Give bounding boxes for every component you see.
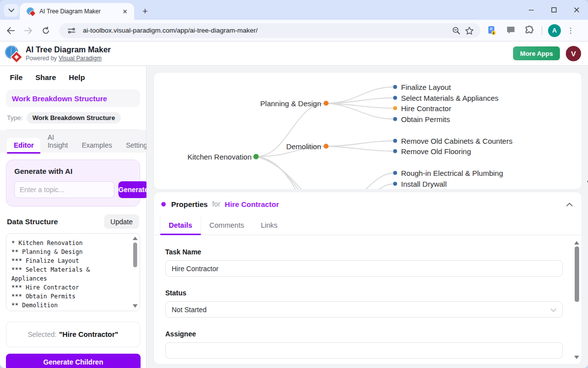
tab-title: AI Tree Diagram Maker bbox=[39, 8, 121, 15]
status-value: Not Started bbox=[172, 306, 207, 314]
menubar: File Share Help bbox=[0, 66, 146, 82]
browser-tab[interactable]: AI Tree Diagram Maker ✕ bbox=[20, 3, 134, 20]
assignee-label: Assignee bbox=[165, 330, 562, 338]
url-text[interactable]: ai-toolbox.visual-paradigm.com/app/ai-tr… bbox=[83, 27, 450, 34]
tree-node-branch[interactable]: Demolition bbox=[286, 142, 321, 151]
browser-window: AI Tree Diagram Maker ✕ + bbox=[0, 0, 588, 368]
reload-icon[interactable] bbox=[38, 23, 53, 38]
visual-paradigm-logo-icon bbox=[5, 45, 21, 62]
more-apps-button[interactable]: More Apps bbox=[513, 46, 560, 60]
selected-node-box: Selected: "Hire Contractor" bbox=[6, 322, 140, 347]
scroll-down-icon[interactable] bbox=[133, 304, 138, 308]
browser-profile-avatar[interactable]: A bbox=[548, 24, 561, 37]
tree-node-leaf-selected[interactable]: Hire Contractor bbox=[401, 104, 451, 113]
minimize-button[interactable] bbox=[520, 0, 543, 20]
sidebar: File Share Help Work Breakdown Structure… bbox=[0, 66, 147, 368]
comment-extension-icon[interactable] bbox=[503, 23, 518, 38]
mouse-cursor bbox=[586, 174, 588, 187]
leaf-node-dot[interactable] bbox=[393, 149, 397, 153]
task-name-input[interactable] bbox=[165, 260, 563, 277]
tree-node-leaf[interactable]: Install Drywall bbox=[401, 180, 447, 188]
tree-node-branch[interactable]: Planning & Design bbox=[260, 99, 321, 108]
assignee-input[interactable] bbox=[165, 342, 563, 359]
leaf-node-dot[interactable] bbox=[393, 139, 397, 143]
menu-file[interactable]: File bbox=[10, 73, 23, 82]
document-title[interactable]: Work Breakdown Structure bbox=[6, 89, 140, 107]
maximize-button[interactable] bbox=[543, 0, 565, 20]
leaf-node-dot[interactable] bbox=[393, 96, 397, 100]
data-structure-title: Data Structure bbox=[7, 217, 58, 226]
tab-ai-insight[interactable]: AI Insight bbox=[40, 130, 74, 153]
zoom-icon[interactable] bbox=[450, 24, 463, 37]
tree-node-leaf[interactable]: Rough-in Electrical & Plumbing bbox=[401, 169, 503, 177]
properties-title: Properties bbox=[171, 200, 208, 208]
branch-node-dot[interactable] bbox=[324, 144, 329, 149]
scrollbar-thumb[interactable] bbox=[575, 246, 579, 302]
menu-help[interactable]: Help bbox=[69, 73, 85, 82]
back-icon[interactable] bbox=[3, 23, 18, 38]
user-avatar[interactable]: V bbox=[566, 46, 581, 61]
tree-node-leaf[interactable]: Remove Old Cabinets & Counters bbox=[401, 137, 513, 145]
powered-by: Powered by Visual Paradigm bbox=[26, 55, 111, 62]
app-title: AI Tree Diagram Maker bbox=[26, 45, 111, 54]
scrollbar-thumb[interactable] bbox=[133, 243, 137, 267]
tab-editor[interactable]: Editor bbox=[7, 138, 40, 153]
visual-paradigm-link[interactable]: Visual Paradigm bbox=[59, 55, 102, 62]
collapse-chevron-icon[interactable] bbox=[566, 200, 573, 208]
main-area: Kitchen Renovation Planning & Design Dem… bbox=[147, 66, 588, 368]
properties-tabs: Details Comments Links bbox=[154, 216, 582, 235]
app-header: AI Tree Diagram Maker Powered by Visual … bbox=[0, 41, 588, 66]
tab-links[interactable]: Links bbox=[253, 216, 286, 235]
properties-for-label: for bbox=[212, 200, 220, 208]
leaf-node-dot[interactable] bbox=[393, 182, 397, 186]
root-node-dot[interactable] bbox=[254, 154, 259, 160]
selected-label: Selected: bbox=[28, 330, 56, 338]
generate-with-ai-panel: Generate with AI Generate bbox=[6, 160, 140, 206]
browser-titlebar: AI Tree Diagram Maker ✕ + bbox=[0, 0, 588, 20]
leaf-node-dot[interactable] bbox=[393, 85, 397, 89]
tree-node-leaf[interactable]: Obtain Permits bbox=[401, 115, 450, 123]
tab-comments[interactable]: Comments bbox=[201, 216, 253, 235]
tree-node-leaf[interactable]: Finalize Layout bbox=[401, 83, 451, 91]
tab-details[interactable]: Details bbox=[160, 216, 201, 235]
tree-node-root[interactable]: Kitchen Renovation bbox=[187, 153, 252, 161]
site-favicon-icon bbox=[27, 7, 35, 16]
extensions-puzzle-icon[interactable] bbox=[522, 23, 537, 38]
translate-extension-icon[interactable] bbox=[484, 23, 499, 38]
update-button[interactable]: Update bbox=[104, 214, 139, 229]
data-structure-editor[interactable]: * Kitchen Renovation ** Planning & Desig… bbox=[6, 233, 140, 311]
tree-node-leaf[interactable]: Remove Old Flooring bbox=[401, 147, 471, 156]
data-structure-text[interactable]: * Kitchen Renovation ** Planning & Desig… bbox=[6, 234, 140, 311]
tab-close-icon[interactable]: ✕ bbox=[121, 7, 129, 16]
tree-node-leaf[interactable]: Select Materials & Appliances bbox=[401, 94, 499, 102]
leaf-node-dot[interactable] bbox=[393, 117, 397, 121]
properties-scrollbar[interactable] bbox=[573, 239, 580, 361]
new-tab-button[interactable]: + bbox=[138, 4, 152, 18]
leaf-node-dot[interactable] bbox=[393, 171, 397, 175]
type-value-badge: Work Breakdown Structure bbox=[27, 112, 121, 123]
data-structure-scrollbar[interactable] bbox=[132, 235, 139, 310]
tab-examples[interactable]: Examples bbox=[75, 138, 119, 153]
address-bar[interactable]: ai-toolbox.visual-paradigm.com/app/ai-tr… bbox=[59, 23, 480, 38]
properties-target[interactable]: Hire Contractor bbox=[225, 200, 279, 208]
bookmark-star-icon[interactable] bbox=[463, 24, 476, 37]
forward-icon[interactable] bbox=[21, 23, 36, 38]
properties-bullet-icon bbox=[161, 202, 166, 206]
scroll-up-icon[interactable] bbox=[133, 237, 138, 240]
menu-share[interactable]: Share bbox=[36, 73, 56, 82]
tree-diagram-canvas[interactable]: Kitchen Renovation Planning & Design Dem… bbox=[153, 72, 582, 190]
scroll-up-icon[interactable] bbox=[574, 241, 579, 245]
leaf-node-dot-selected[interactable] bbox=[393, 106, 397, 110]
browser-menu-icon[interactable]: ⋮ bbox=[564, 24, 578, 38]
topic-input[interactable] bbox=[14, 181, 114, 198]
tree-links bbox=[154, 73, 582, 190]
scroll-down-icon[interactable] bbox=[574, 356, 579, 359]
close-button[interactable] bbox=[565, 0, 588, 20]
branch-node-dot[interactable] bbox=[324, 101, 329, 106]
toolbar-separator bbox=[542, 26, 542, 35]
site-settings-icon[interactable] bbox=[65, 24, 78, 37]
tab-search-button[interactable] bbox=[4, 4, 19, 17]
generate-button[interactable]: Generate bbox=[118, 181, 148, 198]
status-select[interactable]: Not Started bbox=[165, 301, 563, 318]
generate-children-button[interactable]: Generate Children bbox=[6, 354, 141, 368]
